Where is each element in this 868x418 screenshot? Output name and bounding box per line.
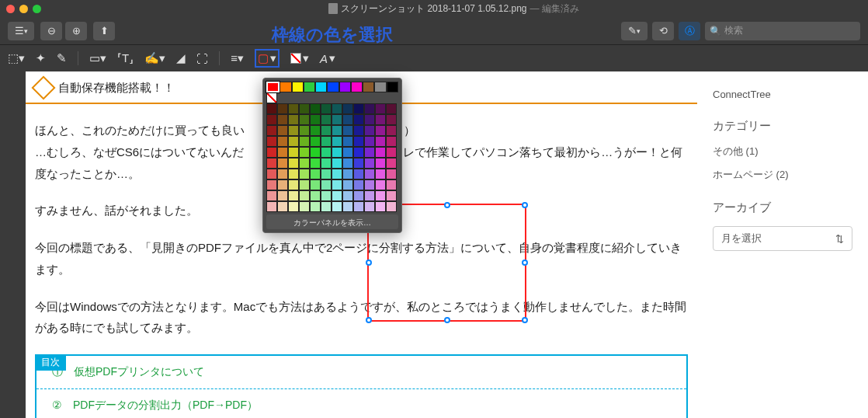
color-swatch[interactable] — [332, 114, 342, 125]
color-swatch[interactable] — [288, 158, 299, 169]
color-swatch[interactable] — [266, 158, 277, 169]
color-swatch[interactable] — [364, 136, 375, 147]
share-button[interactable]: ⬆ — [93, 22, 115, 40]
color-swatch[interactable] — [310, 169, 321, 179]
color-swatch[interactable] — [310, 114, 321, 125]
color-swatch[interactable] — [310, 103, 321, 114]
resize-handle-w[interactable] — [366, 260, 372, 266]
color-swatch[interactable] — [288, 136, 299, 147]
color-swatch[interactable] — [310, 158, 321, 169]
color-swatch[interactable] — [342, 158, 353, 169]
color-swatch[interactable] — [364, 179, 375, 190]
color-swatch[interactable] — [342, 179, 353, 190]
toc-item[interactable]: ① 仮想PDFプリンタについて — [36, 356, 686, 389]
color-swatch[interactable] — [364, 147, 375, 158]
category-link[interactable]: その他 (1) — [713, 145, 852, 158]
color-swatch[interactable] — [339, 82, 351, 92]
color-swatch[interactable] — [288, 114, 299, 125]
color-swatch[interactable] — [288, 179, 299, 190]
color-swatch[interactable] — [342, 190, 353, 201]
border-color-tool[interactable]: ▢▾ — [255, 49, 279, 68]
color-swatch[interactable] — [304, 82, 315, 92]
color-swatch[interactable] — [266, 114, 277, 125]
resize-handle-e[interactable] — [522, 260, 528, 266]
color-swatch[interactable] — [288, 190, 299, 201]
color-swatch[interactable] — [386, 114, 397, 125]
color-swatch[interactable] — [342, 103, 353, 114]
color-swatch[interactable] — [375, 201, 386, 212]
color-swatch[interactable] — [321, 103, 332, 114]
color-swatch[interactable] — [277, 147, 288, 158]
color-swatch[interactable] — [353, 136, 364, 147]
color-swatch[interactable] — [332, 147, 342, 158]
close-window-button[interactable] — [6, 5, 15, 13]
color-swatch[interactable] — [353, 125, 364, 136]
color-swatch[interactable] — [266, 201, 277, 212]
color-swatch[interactable] — [364, 125, 375, 136]
color-swatch[interactable] — [299, 190, 310, 201]
color-swatch[interactable] — [321, 114, 332, 125]
color-swatch[interactable] — [364, 103, 375, 114]
color-swatch[interactable] — [321, 125, 332, 136]
color-swatch[interactable] — [353, 158, 364, 169]
sign-tool[interactable]: ✍▾ — [144, 51, 165, 65]
color-swatch[interactable] — [342, 125, 353, 136]
color-swatch[interactable] — [332, 190, 342, 201]
color-swatch[interactable] — [332, 136, 342, 147]
color-swatch[interactable] — [386, 201, 397, 212]
color-swatch[interactable] — [375, 125, 386, 136]
color-swatch[interactable] — [386, 169, 397, 179]
rotate-button[interactable]: ⟲ — [652, 22, 674, 40]
color-swatch[interactable] — [321, 201, 332, 212]
color-swatch[interactable] — [277, 136, 288, 147]
color-swatch[interactable] — [310, 125, 321, 136]
fill-color-tool[interactable]: ▾ — [290, 51, 309, 65]
color-swatch[interactable] — [310, 147, 321, 158]
color-swatch[interactable] — [288, 147, 299, 158]
color-swatch[interactable] — [342, 201, 353, 212]
color-swatch[interactable] — [332, 201, 342, 212]
zoom-out-button[interactable]: ⊖ — [40, 22, 62, 40]
color-swatch[interactable] — [375, 169, 386, 179]
color-swatch[interactable] — [310, 179, 321, 190]
sidebar-toggle-button[interactable]: ☰▾ — [8, 22, 34, 40]
color-swatch[interactable] — [266, 136, 277, 147]
color-swatch[interactable] — [386, 103, 397, 114]
color-swatch[interactable] — [310, 190, 321, 201]
toc-item[interactable]: ② PDFデータの分割出力（PDF→PDF） — [36, 389, 686, 418]
color-swatch[interactable] — [364, 201, 375, 212]
zoom-in-button[interactable]: ⊕ — [65, 22, 87, 40]
color-swatch[interactable] — [288, 103, 299, 114]
color-swatch[interactable] — [321, 136, 332, 147]
color-swatch[interactable] — [299, 201, 310, 212]
color-swatch[interactable] — [353, 169, 364, 179]
color-swatch[interactable] — [342, 114, 353, 125]
color-swatch[interactable] — [277, 158, 288, 169]
color-swatch[interactable] — [342, 136, 353, 147]
color-swatch[interactable] — [353, 179, 364, 190]
color-swatch[interactable] — [351, 82, 363, 92]
color-swatch[interactable] — [353, 201, 364, 212]
adjust-size-tool[interactable]: ⛶ — [196, 52, 208, 65]
color-swatch[interactable] — [364, 114, 375, 125]
color-swatch[interactable] — [277, 125, 288, 136]
color-swatch[interactable] — [375, 103, 386, 114]
color-swatch[interactable] — [279, 82, 291, 92]
resize-handle-n[interactable] — [444, 202, 450, 208]
color-swatch[interactable] — [321, 190, 332, 201]
show-color-panel-button[interactable]: カラーパネルを表示… — [266, 214, 398, 229]
sidebar-title-link[interactable]: ConnectTree — [713, 89, 852, 100]
color-swatch[interactable] — [266, 190, 277, 201]
color-swatch[interactable] — [364, 190, 375, 201]
color-swatch[interactable] — [277, 179, 288, 190]
color-swatch[interactable] — [353, 147, 364, 158]
color-swatch[interactable] — [332, 103, 342, 114]
color-picker-popover[interactable]: カラーパネルを表示… — [262, 78, 402, 233]
color-swatch[interactable] — [375, 190, 386, 201]
color-swatch[interactable] — [299, 158, 310, 169]
zoom-window-button[interactable] — [33, 5, 41, 13]
resize-handle-sw[interactable] — [366, 317, 372, 323]
color-swatch[interactable] — [375, 147, 386, 158]
color-swatch[interactable] — [321, 158, 332, 169]
color-swatch[interactable] — [310, 201, 321, 212]
